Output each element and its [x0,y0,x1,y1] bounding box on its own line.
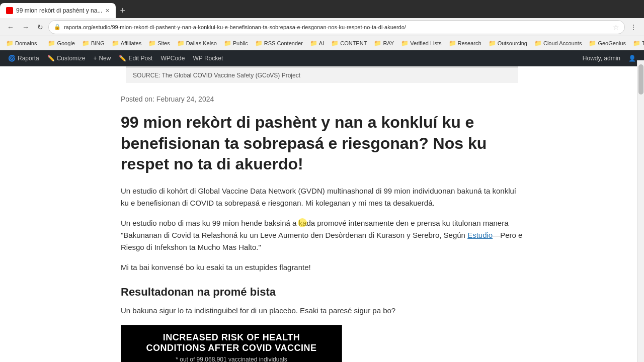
wp-site-name[interactable]: 🌀 Raporta [4,50,43,66]
bookmark-star-icon[interactable]: ☆ [613,23,619,31]
bm-tools[interactable]: 📁 Tools [630,39,644,48]
folder-icon: 📁 [310,40,317,47]
bm-label: Affiliates [121,40,141,46]
new-tab-button[interactable]: + [116,6,129,16]
wp-site-label: Raporta [18,55,39,62]
bm-rss[interactable]: 📁 RSS Contender [252,39,306,48]
bm-label: Verified Lists [410,40,441,46]
nav-bar: ← → ↻ 🔒 raporta.org/estudio/99-mion-reko… [0,18,644,36]
extensions-button[interactable]: ⋮ [627,21,640,33]
bm-public[interactable]: 📁 Public [221,39,251,48]
folder-icon: 📁 [148,40,156,47]
bm-label: RSS Contender [264,40,303,46]
bm-research[interactable]: 📁 Research [446,39,485,48]
plus-icon: + [93,55,97,62]
customize-icon: ✏️ [47,55,55,62]
bm-label: GeoGenius [598,40,626,46]
bm-label: Research [458,40,481,46]
bm-outsourcing[interactable]: 📁 Outsourcing [486,39,530,48]
post-subtitle: Resultadonan na promé bista [121,286,523,299]
folder-icon: 📁 [224,40,231,47]
bm-sites[interactable]: 📁 Sites [145,39,173,48]
caption-text: SOURCE: The Global COVID Vaccine Safety … [133,72,300,79]
article-container: Posted on: February 24, 2024 99 mion rek… [111,85,533,362]
bm-label: Sites [157,40,170,46]
forward-button[interactable]: → [19,21,32,33]
image-caption: SOURCE: The Global COVID Vaccine Safety … [126,66,518,83]
tab-favicon [6,7,13,14]
wp-admin-bar: 🌀 Raporta ✏️ Customize + New ✏️ Edit Pos… [0,50,644,66]
wp-customize[interactable]: ✏️ Customize [43,50,90,66]
folder-icon: 📁 [112,40,119,47]
tab-close-button[interactable]: ✕ [105,8,110,14]
wp-edit-label: Edit Post [128,55,152,62]
bm-cloud[interactable]: 📁 Cloud Accounts [531,39,585,48]
bookmarks-bar: 📁 Domains 📁 Google 📁 BING 📁 Affiliates 📁… [0,36,644,50]
edit-icon: ✏️ [119,55,126,62]
active-tab[interactable]: 99 mion rekòrt di pashènt y na... ✕ [0,3,116,18]
scrollbar[interactable] [637,60,644,362]
bm-content[interactable]: 📁 CONTENT [328,39,370,48]
wp-edit-post[interactable]: ✏️ Edit Post [115,50,156,66]
wp-new[interactable]: + New [89,50,115,66]
folder-icon: 📁 [331,40,339,47]
chart-header: INCREASED RISK OF HEALTHCONDITIONS AFTER… [121,325,342,362]
bm-label: AI [319,40,324,46]
bm-label: Public [233,40,248,46]
wp-howdy: Howdy, admin [579,55,624,62]
wp-customize-label: Customize [57,55,86,62]
bm-label: CONTENT [340,40,367,46]
reload-button[interactable]: ↻ [34,21,46,33]
post-title: 99 mion rekòrt di pashènt y nan a konklu… [121,112,523,175]
chart-container: INCREASED RISK OF HEALTHCONDITIONS AFTER… [121,325,523,362]
url-bar[interactable]: 🔒 raporta.org/estudio/99-mion-rekort-di-… [48,20,625,34]
folder-icon: 📁 [489,40,496,47]
chart-title: INCREASED RISK OF HEALTHCONDITIONS AFTER… [129,332,334,354]
folder-icon: 📁 [449,40,456,47]
paragraph-1: Un estudio di kohòrt di Global Vaccine D… [121,185,523,209]
chart-subtext: * out of 99,068,901 vaccinated individua… [129,356,334,362]
bm-label: Tools [642,40,644,46]
folder-icon: 📁 [177,40,185,47]
chart-image: INCREASED RISK OF HEALTHCONDITIONS AFTER… [121,325,342,362]
wp-logo-icon: 🌀 [8,55,16,62]
url-text: raporta.org/estudio/99-mion-rekort-di-pa… [64,24,610,30]
folder-icon: 📁 [589,40,596,47]
bm-label: BING [91,40,105,46]
bm-domains[interactable]: 📁 Domains [3,39,40,48]
scrollbar-thumb[interactable] [638,64,643,95]
folder-icon: 📁 [82,40,90,47]
folder-icon: 📁 [48,40,55,47]
wp-new-label: New [99,55,111,62]
post-date: Posted on: February 24, 2024 [121,95,523,103]
paragraph-3: Mi ta bai konvensé bo ku esaki ta un est… [121,261,523,274]
wp-wpcode[interactable]: WPCode [156,50,189,66]
folder-icon: 📁 [633,40,640,47]
paragraph-2: Un estudio nobo di mas ku 99 mion hende … [121,217,523,253]
subtitle-para: Un bakuna sigur lo ta indistinguibel for… [121,305,523,317]
rocket-label: WP Rocket [193,55,223,62]
folder-icon: 📁 [401,40,409,47]
bm-affiliates[interactable]: 📁 Affiliates [109,39,144,48]
folder-icon: 📁 [255,40,263,47]
bm-label: RAY [383,40,394,46]
folder-icon: 📁 [6,40,14,47]
bm-bing[interactable]: 📁 BING [79,39,108,48]
bm-geogenius[interactable]: 📁 GeoGenius [586,39,629,48]
bm-label: Outsourcing [498,40,527,46]
bm-label: Domains [15,40,37,46]
bm-google[interactable]: 📁 Google [45,39,77,48]
back-button[interactable]: ← [4,21,17,33]
bm-ray[interactable]: 📁 RAY [371,39,397,48]
estudio-link[interactable]: Estudio [467,231,493,239]
bm-ai[interactable]: 📁 AI [307,39,327,48]
folder-icon: 📁 [534,40,542,47]
tab-bar: 99 mion rekòrt di pashènt y na... ✕ + [0,0,644,18]
bm-label: Cloud Accounts [543,40,582,46]
bm-dallas[interactable]: 📁 Dallas Kelso [174,39,220,48]
wpcode-label: WPCode [160,55,185,62]
folder-icon: 📁 [374,40,381,47]
wp-rocket[interactable]: WP Rocket [189,50,227,66]
bm-verified[interactable]: 📁 Verified Lists [398,39,444,48]
post-body: Un estudio di kohòrt di Global Vaccine D… [121,185,523,274]
